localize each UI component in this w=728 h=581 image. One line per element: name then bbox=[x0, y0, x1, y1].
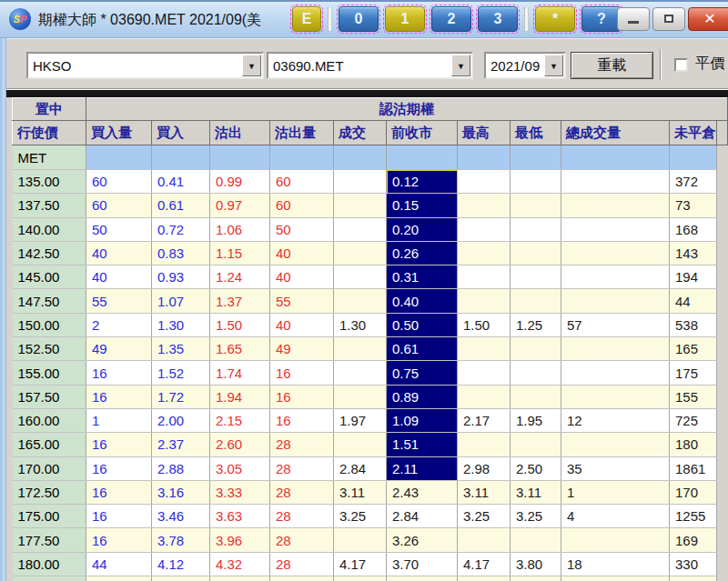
cell-152.50-ask[interactable]: 1.65 bbox=[210, 337, 270, 361]
cell-152.50-high[interactable] bbox=[458, 337, 511, 361]
table-row[interactable]: 180.00444.124.32284.173.704.173.8018330 bbox=[13, 552, 728, 576]
cell-160.00-ask_qty[interactable]: 16 bbox=[270, 408, 334, 432]
titlebar-button-?[interactable]: ? bbox=[581, 6, 622, 32]
cell-155.00-bid[interactable]: 1.52 bbox=[152, 361, 210, 385]
cell-155.00-bid_qty[interactable]: 16 bbox=[86, 361, 152, 385]
cell-137.50-ask[interactable]: 0.97 bbox=[210, 194, 270, 217]
empty-cell[interactable] bbox=[387, 145, 458, 170]
table-row[interactable]: 140.00500.721.06500.20168 bbox=[13, 217, 728, 241]
cell-165.00-high[interactable] bbox=[458, 433, 511, 456]
titlebar[interactable]: SP 期權大師 * 03690.MET 2021/09(美 E0123*? ✕ bbox=[0, 0, 728, 38]
empty-cell[interactable] bbox=[152, 145, 210, 170]
cell-165.00-open_interest[interactable]: 180 bbox=[670, 433, 717, 456]
titlebar-button-2[interactable]: 2 bbox=[431, 6, 471, 32]
cell-147.50-last[interactable] bbox=[334, 289, 387, 313]
cell-170.00-bid[interactable]: 2.88 bbox=[152, 456, 210, 480]
cell-170.00-high[interactable]: 2.98 bbox=[458, 456, 511, 480]
cell-170.00-ask[interactable]: 3.05 bbox=[210, 456, 270, 480]
cell-165.00-low[interactable] bbox=[511, 433, 561, 456]
cell-135.00-open_interest[interactable]: 372 bbox=[670, 170, 717, 194]
cell-172.50-open_interest[interactable]: 170 bbox=[670, 480, 717, 504]
empty-cell[interactable] bbox=[511, 145, 561, 170]
cell-137.50-strike[interactable]: 137.50 bbox=[13, 194, 86, 217]
empty-cell[interactable] bbox=[334, 145, 387, 170]
cell-140.00-prev_close[interactable]: 0.20 bbox=[387, 217, 458, 241]
table-row[interactable]: 177.50163.783.96283.26169 bbox=[13, 528, 728, 552]
cell-160.00-prev_close[interactable]: 1.09 bbox=[387, 408, 458, 432]
cell-147.50-prev_close[interactable]: 0.40 bbox=[387, 289, 458, 313]
cell-140.00-bid_qty[interactable]: 50 bbox=[86, 217, 152, 241]
cell-157.50-strike[interactable]: 157.50 bbox=[13, 385, 86, 408]
table-row[interactable]: 155.00161.521.74160.75175 bbox=[13, 361, 728, 385]
cell-160.00-bid_qty[interactable]: 1 bbox=[86, 408, 152, 432]
cell-172.50-low[interactable]: 3.11 bbox=[511, 480, 561, 504]
cell-145.00-prev_close[interactable]: 0.31 bbox=[387, 265, 458, 289]
cell-155.00-ask_qty[interactable]: 16 bbox=[270, 361, 334, 385]
cell-145.00-bid[interactable]: 0.93 bbox=[152, 265, 210, 289]
cell-155.00-ask[interactable]: 1.74 bbox=[210, 361, 270, 385]
close-button[interactable]: ✕ bbox=[688, 7, 728, 31]
cell-157.50-high[interactable] bbox=[458, 385, 511, 408]
cell-155.00-prev_close[interactable]: 0.75 bbox=[387, 361, 458, 385]
symbol-cell[interactable]: MET bbox=[13, 145, 86, 170]
cell-180.00-open_interest[interactable]: 330 bbox=[670, 552, 717, 576]
cell-140.00-open_interest[interactable]: 168 bbox=[670, 217, 717, 241]
minimize-button[interactable] bbox=[617, 7, 650, 31]
cell-140.00-volume[interactable] bbox=[561, 217, 670, 241]
cell-160.00-open_interest[interactable]: 725 bbox=[670, 408, 717, 432]
cell-145.00-last[interactable] bbox=[334, 265, 387, 289]
cell-150.00-volume[interactable]: 57 bbox=[561, 313, 670, 336]
cell-172.50-volume[interactable]: 1 bbox=[561, 480, 670, 504]
cell-145.00-volume[interactable] bbox=[561, 265, 670, 289]
cell-170.00-ask_qty[interactable]: 28 bbox=[270, 456, 334, 480]
cell-177.50-bid[interactable]: 3.78 bbox=[152, 528, 210, 552]
table-row[interactable]: 157.50161.721.94160.89155 bbox=[13, 385, 728, 408]
cell-135.00-low[interactable] bbox=[511, 170, 561, 194]
cell-135.00-bid[interactable]: 0.41 bbox=[152, 170, 210, 194]
cell-152.50-low[interactable] bbox=[511, 337, 561, 361]
table-row[interactable]: 147.50551.071.37550.4044 bbox=[13, 289, 728, 313]
cell-140.00-ask_qty[interactable]: 50 bbox=[270, 217, 334, 241]
cell-170.00-low[interactable]: 2.50 bbox=[511, 456, 561, 480]
cell-152.50-strike[interactable]: 152.50 bbox=[13, 337, 86, 361]
cell-147.50-bid[interactable]: 1.07 bbox=[152, 289, 210, 313]
cell-165.00-ask[interactable]: 2.60 bbox=[210, 433, 270, 456]
cell-175.00-ask[interactable]: 3.63 bbox=[210, 505, 270, 528]
cell-150.00-strike[interactable]: 150.00 bbox=[13, 313, 86, 336]
cell-145.00-high[interactable] bbox=[458, 265, 511, 289]
cell-160.00-volume[interactable]: 12 bbox=[561, 408, 670, 432]
cell-165.00-bid_qty[interactable]: 16 bbox=[86, 433, 152, 456]
cell-147.50-open_interest[interactable]: 44 bbox=[670, 289, 717, 313]
cell-137.50-prev_close[interactable]: 0.15 bbox=[387, 194, 458, 217]
cell-155.00-open_interest[interactable]: 175 bbox=[670, 361, 717, 385]
cell-137.50-bid_qty[interactable]: 60 bbox=[86, 194, 152, 217]
cell-135.00-ask[interactable]: 0.99 bbox=[210, 170, 270, 194]
cell-142.50-bid[interactable]: 0.83 bbox=[152, 241, 210, 265]
cell-140.00-bid[interactable]: 0.72 bbox=[152, 217, 210, 241]
cell-135.00-prev_close[interactable]: 0.12 bbox=[387, 170, 458, 194]
cell-147.50-low[interactable] bbox=[511, 289, 561, 313]
table-row[interactable]: 150.0021.301.50401.300.501.501.2557538 bbox=[13, 313, 728, 336]
cell-152.50-ask_qty[interactable]: 49 bbox=[270, 337, 334, 361]
cell-177.50-last[interactable] bbox=[334, 528, 387, 552]
cell-145.00-ask[interactable]: 1.24 bbox=[210, 265, 270, 289]
cell-180.00-bid_qty[interactable]: 44 bbox=[86, 552, 152, 576]
cell-137.50-bid[interactable]: 0.61 bbox=[152, 194, 210, 217]
cell-177.50-prev_close[interactable]: 3.26 bbox=[387, 528, 458, 552]
table-row[interactable]: 165.00162.372.60281.51180 bbox=[13, 433, 728, 456]
cell-155.00-volume[interactable] bbox=[561, 361, 670, 385]
chevron-down-icon[interactable]: ▼ bbox=[544, 55, 563, 76]
symbol-row[interactable]: MET bbox=[13, 145, 728, 170]
cell-140.00-strike[interactable]: 140.00 bbox=[13, 217, 86, 241]
cell-137.50-last[interactable] bbox=[334, 194, 387, 217]
reload-button[interactable]: 重載 bbox=[571, 52, 653, 79]
table-row[interactable]: 170.00162.883.05282.842.112.982.50351861 bbox=[13, 456, 728, 480]
cell-165.00-ask_qty[interactable]: 28 bbox=[270, 433, 334, 456]
cell-175.00-low[interactable]: 3.25 bbox=[511, 505, 561, 528]
titlebar-button-*[interactable]: * bbox=[535, 6, 575, 32]
cell-135.00-last[interactable] bbox=[334, 170, 387, 194]
cell-157.50-open_interest[interactable]: 155 bbox=[670, 385, 717, 408]
cell-145.00-bid_qty[interactable]: 40 bbox=[86, 265, 152, 289]
cell-165.00-strike[interactable]: 165.00 bbox=[13, 433, 86, 456]
cell-160.00-bid[interactable]: 2.00 bbox=[152, 408, 210, 432]
